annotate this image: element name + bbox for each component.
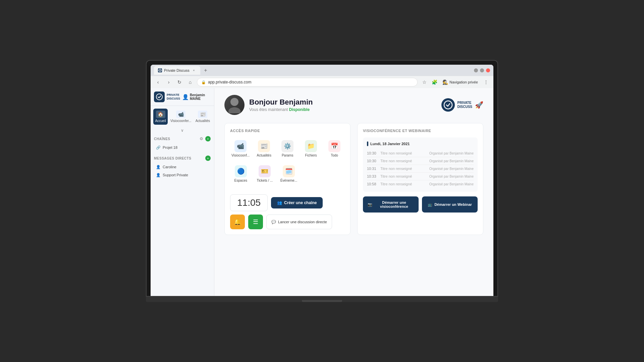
- user-name: Benjamin MAINE: [190, 93, 211, 101]
- messages-add-btn[interactable]: +: [205, 156, 211, 161]
- nav-item-visio[interactable]: 📹 Visiocoonfer...: [169, 109, 193, 125]
- webinar-btn-icon: 📺: [428, 202, 432, 207]
- back-btn[interactable]: ‹: [154, 78, 162, 86]
- schedule-item-4[interactable]: 10:58 Titre non renseigné Organisé par B…: [367, 180, 474, 188]
- create-chain-icon: 👥: [277, 200, 282, 205]
- visio-actions: 📷 Démarrer une visioconférence 📺 Démarre…: [363, 196, 478, 213]
- nav-dropdown-btn[interactable]: ∨: [151, 127, 214, 133]
- sched-title-1: Titre non renseigné: [380, 159, 426, 163]
- svg-point-3: [228, 107, 240, 113]
- greeting-text: Bonjour Benjamin: [249, 98, 313, 107]
- menu-btn[interactable]: ⋮: [482, 78, 490, 86]
- sched-title-0: Titre non renseigné: [380, 151, 426, 155]
- sched-organizer-4: Organisé par Benjamin Maine: [429, 182, 474, 186]
- nav-item-accueil[interactable]: 🏠 Accueil: [153, 109, 168, 125]
- sched-organizer-1: Organisé par Benjamin Maine: [429, 159, 474, 163]
- quick-access-title: ACCÈS RAPIDE: [230, 129, 345, 133]
- nav-item-actualites[interactable]: 📰 Actualités: [194, 109, 211, 125]
- browser-tab[interactable]: Private Discuss ×: [154, 66, 200, 75]
- incognito-btn[interactable]: 🕵 Navigation privée: [440, 79, 480, 85]
- chains-actions: ⚙ +: [199, 136, 211, 141]
- nav-label-actualites: Actualités: [196, 119, 210, 123]
- qa-todo[interactable]: 📅 Todo: [324, 137, 345, 160]
- qa-visio[interactable]: 📹 Visiocoonf...: [230, 137, 251, 160]
- rocket-icon: 🚀: [475, 101, 483, 109]
- tab-title: Private Discuss: [164, 68, 190, 72]
- nav-label-visio: Visiocoonfer...: [170, 119, 192, 123]
- qa-evenements[interactable]: 🗓️ Événeme...: [278, 163, 300, 185]
- address-bar[interactable]: 🔒 app.private-discuss.com: [197, 78, 418, 86]
- filter-btn[interactable]: ☰: [248, 215, 263, 229]
- qa-todo-label: Todo: [331, 154, 338, 157]
- tab-favicon: [158, 68, 162, 72]
- url-text: app.private-discuss.com: [208, 80, 251, 84]
- sched-title-2: Titre non renseigné: [380, 167, 426, 171]
- qa-actualites-label: Actualités: [257, 154, 271, 157]
- content-grid: ACCÈS RAPIDE 📹 Visiocoonf... 📰 Actualité…: [224, 123, 483, 235]
- start-visio-btn[interactable]: 📷 Démarrer une visioconférence: [363, 196, 419, 213]
- lock-icon: 🔒: [201, 80, 206, 84]
- day-indicator: [367, 141, 368, 146]
- launch-direct-btn[interactable]: 💬 Lancer une discussion directe: [266, 215, 332, 229]
- forward-btn[interactable]: ›: [165, 78, 173, 86]
- qa-actualites[interactable]: 📰 Actualités: [254, 137, 274, 160]
- sidebar: PRIVATE DISCUSS 👤 Benjamin MAINE 🏠 Accue…: [151, 88, 214, 296]
- new-tab-btn[interactable]: +: [202, 66, 210, 74]
- sched-title-4: Titre non renseigné: [380, 182, 426, 186]
- schedule-item-1[interactable]: 10:30 Titre non renseigné Organisé par B…: [367, 157, 474, 165]
- create-chain-btn[interactable]: 👥 Créer une chaîne: [271, 197, 323, 208]
- chains-add-btn[interactable]: +: [205, 136, 211, 141]
- chains-title: CHAÎNES: [154, 137, 170, 141]
- visio-title: VISIOCONFÉRENCE ET WEBINAIRE: [363, 129, 478, 133]
- messages-title: MESSAGES DIRECTS: [154, 157, 191, 160]
- chains-section-header: CHAÎNES ⚙ +: [154, 136, 211, 141]
- qa-tickets-label: Tickets / ...: [257, 179, 273, 182]
- qa-espaces-icon: 🔵: [235, 165, 247, 177]
- qa-params[interactable]: ⚙️ Params: [277, 137, 298, 160]
- schedule-item-0[interactable]: 10:30 Titre non renseigné Organisé par B…: [367, 149, 474, 157]
- header-brand-logo: [441, 98, 455, 112]
- messages-section-header: MESSAGES DIRECTS +: [154, 156, 211, 161]
- actualites-icon: 📰: [198, 111, 207, 118]
- start-webinar-btn[interactable]: 📺 Démarrer un Webinar: [422, 196, 478, 213]
- bookmark-btn[interactable]: ☆: [420, 78, 428, 86]
- schedule-item-2[interactable]: 10:31 Titre non renseigné Organisé par B…: [367, 165, 474, 173]
- schedule-container: Lundi, 18 Janvier 2021 10:30 Titre non r…: [363, 137, 478, 192]
- status-available: Disponible: [289, 107, 310, 112]
- visio-btn-icon: 📷: [368, 202, 372, 207]
- home-btn[interactable]: ⌂: [186, 78, 194, 86]
- chain-item-icon: 🔗: [156, 145, 161, 150]
- time-display: 11:05: [230, 194, 268, 211]
- day-label: Lundi, 18 Janvier 2021: [370, 142, 410, 146]
- quick-access-panel: ACCÈS RAPIDE 📹 Visiocoonf... 📰 Actualité…: [224, 123, 351, 235]
- sched-time-4: 10:58: [367, 182, 377, 186]
- tab-close-btn[interactable]: ×: [192, 68, 196, 73]
- chain-item-projet18[interactable]: 🔗 Projet 18: [154, 143, 211, 152]
- notification-btn[interactable]: 🔔: [230, 215, 245, 229]
- nav-label-accueil: Accueil: [155, 119, 166, 123]
- sched-time-0: 10:30: [367, 151, 377, 155]
- message-item-caroline[interactable]: 👤 Caroline: [154, 163, 211, 171]
- extensions-btn[interactable]: 🧩: [430, 78, 438, 86]
- close-btn[interactable]: ×: [486, 68, 490, 72]
- qa-fichiers[interactable]: 📁 Fichiers: [301, 137, 321, 160]
- schedule-item-3[interactable]: 10:33 Titre non renseigné Organisé par B…: [367, 173, 474, 180]
- profile-greeting: Bonjour Benjamin Vous êtes maintenant Di…: [249, 98, 313, 112]
- avatar-placeholder: [224, 95, 245, 115]
- sidebar-header: PRIVATE DISCUSS 👤 Benjamin MAINE: [151, 88, 214, 106]
- chains-settings-btn[interactable]: ⚙: [199, 136, 204, 141]
- reload-btn[interactable]: ↻: [175, 78, 183, 86]
- minimize-btn[interactable]: ─: [474, 68, 478, 72]
- start-webinar-label: Démarrer un Webinar: [434, 202, 472, 206]
- message-item-support[interactable]: 👤 Support Private: [154, 171, 211, 179]
- qa-fichiers-icon: 📁: [305, 140, 317, 152]
- maximize-btn[interactable]: □: [480, 68, 484, 72]
- qa-espaces[interactable]: 🔵 Espaces: [230, 163, 252, 185]
- laptop-base: [146, 297, 498, 302]
- sched-time-1: 10:30: [367, 159, 377, 163]
- header-brand: PRIVATE DISCUSS 🚀: [441, 98, 483, 112]
- profile-status: Vous êtes maintenant Disponible: [249, 107, 313, 112]
- qa-tickets[interactable]: 🎫 Tickets / ...: [254, 163, 276, 185]
- message-support-icon: 👤: [156, 173, 161, 177]
- svg-point-4: [444, 101, 452, 109]
